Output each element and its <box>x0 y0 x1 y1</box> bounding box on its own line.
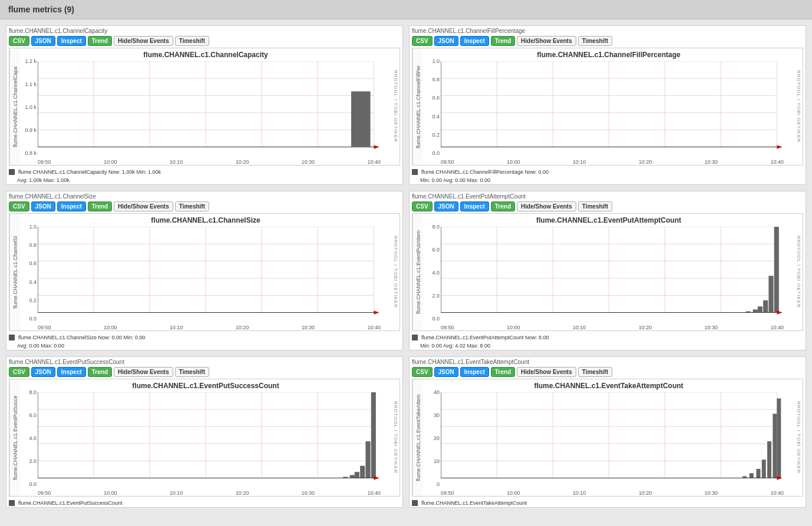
y-ticks: 1.00.80.60.40.20.0 <box>20 227 38 319</box>
svg-rect-112 <box>750 473 754 478</box>
metric-panel-label: flume.CHANNEL.c1.EventPutSuccessCount <box>6 357 402 366</box>
json-button[interactable]: JSON <box>434 367 458 377</box>
metric-stats-2: Min: 0.00 Avg: 4.02 Max: 8.00 <box>410 342 806 350</box>
stats-text-2: Avg: 1.00k Max: 1.00k <box>17 177 70 183</box>
trend-button[interactable]: Trend <box>491 36 515 46</box>
svg-rect-93 <box>371 392 376 478</box>
hideshow-button[interactable]: Hide/Show Events <box>114 36 173 46</box>
svg-rect-69 <box>768 276 773 312</box>
svg-rect-92 <box>365 441 370 478</box>
metric-panel-label: flume.CHANNEL.c1.EventPutAttemptCount <box>410 191 806 200</box>
svg-rect-91 <box>360 466 365 478</box>
chart-svg-wrap <box>38 61 381 153</box>
svg-rect-113 <box>756 469 760 478</box>
metric-stats-2: Avg: 1.00k Max: 1.00k <box>6 176 402 184</box>
chart-title: flume.CHANNEL.c1.EventPutSuccessCount <box>20 379 391 391</box>
json-button[interactable]: JSON <box>434 201 458 211</box>
hideshow-button[interactable]: Hide/Show Events <box>114 367 173 377</box>
chart-right-label: RRDTOOL / TOBI OETIKER <box>391 379 400 496</box>
timeshift-button[interactable]: Timeshift <box>175 201 209 211</box>
svg-rect-70 <box>774 227 779 313</box>
csv-button[interactable]: CSV <box>412 36 433 46</box>
svg-marker-73 <box>777 310 782 314</box>
y-axis-label: flume.CHANNEL.c1.ChannelSi <box>9 214 20 330</box>
trend-button[interactable]: Trend <box>88 367 112 377</box>
chart-inner: flume.CHANNEL.c1.EventTakeAttemptCount40… <box>423 379 794 496</box>
svg-rect-13 <box>351 91 371 147</box>
svg-rect-66 <box>753 309 758 312</box>
chart-title: flume.CHANNEL.c1.ChannelSize <box>20 214 391 226</box>
stat-legend-box <box>9 169 15 175</box>
json-button[interactable]: JSON <box>31 201 55 211</box>
timeshift-button[interactable]: Timeshift <box>578 201 612 211</box>
chart-svg-wrap <box>441 61 784 153</box>
y-ticks: 403020100 <box>423 392 441 484</box>
chart-area: flume.CHANNEL.c1.EventPutSucceflume.CHAN… <box>9 379 400 497</box>
stat-legend-box <box>412 335 418 340</box>
csv-button[interactable]: CSV <box>9 36 29 46</box>
csv-button[interactable]: CSV <box>412 367 433 377</box>
chart-area: flume.CHANNEL.c1.ChannelCapaflume.CHANNE… <box>9 48 400 166</box>
metric-panel-panel4: flume.CHANNEL.c1.EventPutAttemptCountCSV… <box>409 191 806 350</box>
hideshow-button[interactable]: Hide/Show Events <box>517 367 576 377</box>
json-button[interactable]: JSON <box>31 36 55 46</box>
timeshift-button[interactable]: Timeshift <box>175 367 209 377</box>
metric-panel-panel6: flume.CHANNEL.c1.EventTakeAttemptCountCS… <box>409 356 806 508</box>
metric-panel-label: flume.CHANNEL.c1.ChannelCapacity <box>6 26 402 35</box>
page-title: flume metrics (9) <box>8 5 74 14</box>
chart-inner: flume.CHANNEL.c1.ChannelSize1.00.80.60.4… <box>20 214 391 330</box>
y-axis-label: flume.CHANNEL.c1.EventPutSucce <box>9 379 20 496</box>
chart-area: flume.CHANNEL.c1.EventPutAttemflume.CHAN… <box>412 213 803 331</box>
metric-toolbar: CSVJSONInspectTrendHide/Show EventsTimes… <box>6 35 402 48</box>
inspect-button[interactable]: Inspect <box>460 367 489 377</box>
svg-marker-33 <box>777 145 782 148</box>
stats-text-1: flume.CHANNEL.c1.ChannelFillPercentage N… <box>421 169 549 175</box>
metric-stats-2: Min: 0.00 Avg: 0.00 Max: 0.00 <box>410 176 806 184</box>
timeshift-button[interactable]: Timeshift <box>175 36 209 46</box>
trend-button[interactable]: Trend <box>491 201 515 211</box>
metric-panel-label: flume.CHANNEL.c1.ChannelFillPercentage <box>410 26 806 35</box>
stats-text-1: flume.CHANNEL.c1.EventPutSuccessCount <box>18 500 123 506</box>
csv-button[interactable]: CSV <box>9 367 29 377</box>
json-button[interactable]: JSON <box>434 36 458 46</box>
csv-button[interactable]: CSV <box>412 201 433 211</box>
timeshift-button[interactable]: Timeshift <box>578 36 612 46</box>
stats-text-2: Min: 0.00 Avg: 0.00 Max: 0.00 <box>420 177 490 183</box>
inspect-button[interactable]: Inspect <box>57 201 86 211</box>
y-axis-label: flume.CHANNEL.c1.EventPutAttem <box>412 214 423 330</box>
chart-area: flume.CHANNEL.c1.ChannelFillPerflume.CHA… <box>412 48 803 166</box>
json-button[interactable]: JSON <box>31 367 55 377</box>
svg-rect-89 <box>350 475 355 478</box>
chart-svg-wrap <box>441 392 784 484</box>
chart-title: flume.CHANNEL.c1.EventTakeAttemptCount <box>423 379 794 391</box>
svg-rect-90 <box>355 472 359 478</box>
stat-legend-box <box>412 500 418 506</box>
metric-panel-panel2: flume.CHANNEL.c1.ChannelFillPercentageCS… <box>409 25 806 185</box>
metric-panel-panel1: flume.CHANNEL.c1.ChannelCapacityCSVJSONI… <box>6 25 403 185</box>
metric-stats: flume.CHANNEL.c1.ChannelSize Now: 0.00 M… <box>6 333 402 342</box>
chart-title: flume.CHANNEL.c1.ChannelFillPercentage <box>423 48 794 60</box>
svg-rect-117 <box>777 398 781 478</box>
stat-legend-box <box>9 335 15 340</box>
timeshift-button[interactable]: Timeshift <box>578 367 612 377</box>
inspect-button[interactable]: Inspect <box>460 36 489 46</box>
hideshow-button[interactable]: Hide/Show Events <box>517 36 576 46</box>
svg-rect-68 <box>763 300 768 313</box>
inspect-button[interactable]: Inspect <box>57 36 86 46</box>
inspect-button[interactable]: Inspect <box>460 201 489 211</box>
x-ticks: 09:5010:0010:1010:2010:3010:40 <box>38 153 381 165</box>
metric-toolbar: CSVJSONInspectTrendHide/Show EventsTimes… <box>410 366 806 379</box>
hideshow-button[interactable]: Hide/Show Events <box>114 201 173 211</box>
csv-button[interactable]: CSV <box>9 201 29 211</box>
hideshow-button[interactable]: Hide/Show Events <box>517 201 576 211</box>
stats-text-1: flume.CHANNEL.c1.EventPutAttemptCount No… <box>421 335 549 340</box>
trend-button[interactable]: Trend <box>491 367 515 377</box>
metric-stats: flume.CHANNEL.c1.ChannelCapacity Now: 1.… <box>6 168 402 176</box>
y-ticks: 8.06.04.02.00.0 <box>423 227 441 319</box>
trend-button[interactable]: Trend <box>88 201 112 211</box>
metric-toolbar: CSVJSONInspectTrendHide/Show EventsTimes… <box>410 35 806 48</box>
metric-stats-2: Avg: 0.00 Max: 0.00 <box>6 342 402 350</box>
inspect-button[interactable]: Inspect <box>57 367 86 377</box>
trend-button[interactable]: Trend <box>88 36 112 46</box>
chart-right-label: RRDTOOL / TOBI OETIKER <box>794 214 803 330</box>
